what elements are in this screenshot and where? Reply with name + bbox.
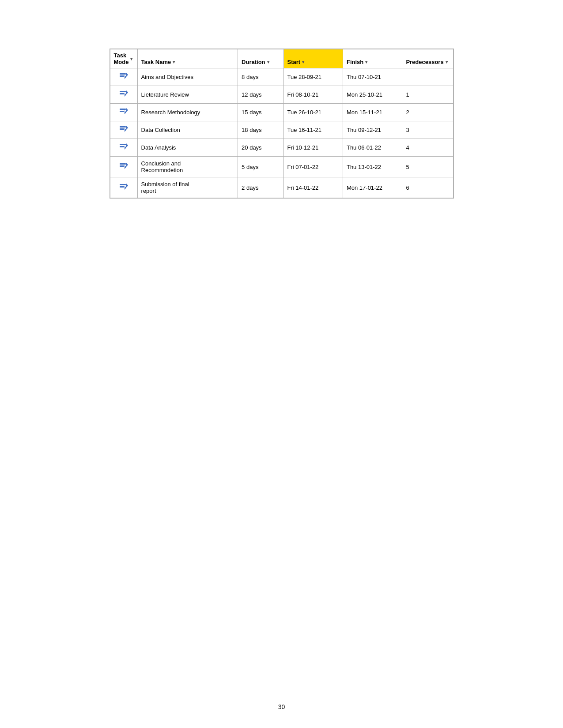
- svg-rect-24: [120, 184, 126, 185]
- svg-marker-19: [125, 146, 126, 150]
- svg-rect-1: [120, 75, 124, 77]
- task-mode-icon: [119, 183, 128, 193]
- svg-rect-4: [120, 91, 126, 92]
- start-cell: Fri 10-12-21: [283, 139, 343, 157]
- predecessors-cell: 1: [402, 86, 453, 104]
- svg-rect-12: [120, 126, 126, 128]
- task-mode-icon: [119, 90, 128, 100]
- start-cell: Tue 16-11-21: [283, 121, 343, 139]
- gantt-table-wrapper: TaskMode ▾ Task Name ▾ Duration ▾: [110, 49, 454, 199]
- task-name-cell: Submission of finalreport: [137, 177, 238, 198]
- predecessors-cell: 6: [402, 177, 453, 198]
- task-name-cell: Data Collection: [137, 121, 238, 139]
- task-mode-icon: [119, 162, 128, 172]
- task-mode-cell: [110, 68, 137, 86]
- svg-rect-0: [120, 73, 126, 75]
- table-row: Conclusion andRecommndetion5 daysFri 07-…: [110, 157, 453, 177]
- svg-marker-6: [126, 90, 128, 94]
- finish-cell: Thu 09-12-21: [343, 121, 402, 139]
- svg-rect-17: [120, 146, 124, 147]
- table-row: Aims and Objectives8 daysTue 28-09-21Thu…: [110, 68, 453, 86]
- task-name-cell: Aims and Objectives: [137, 68, 238, 86]
- table-row: Submission of finalreport2 daysFri 14-01…: [110, 177, 453, 198]
- svg-marker-22: [126, 163, 128, 167]
- header-duration[interactable]: Duration ▾: [238, 49, 283, 68]
- task-mode-cell: [110, 86, 137, 104]
- task-mode-dropdown-icon[interactable]: ▾: [130, 56, 132, 61]
- svg-rect-20: [120, 163, 126, 165]
- svg-marker-15: [125, 128, 126, 132]
- finish-dropdown-icon[interactable]: ▾: [365, 60, 367, 64]
- header-finish-label: Finish: [347, 59, 363, 65]
- table-row: Research Methodology15 daysTue 26-10-21M…: [110, 104, 453, 121]
- finish-cell: Thu 06-01-22: [343, 139, 402, 157]
- svg-marker-18: [126, 143, 128, 147]
- task-name-dropdown-icon[interactable]: ▾: [173, 60, 175, 64]
- task-mode-cell: [110, 139, 137, 157]
- header-start[interactable]: Start ▾: [283, 49, 343, 68]
- svg-marker-14: [126, 126, 128, 130]
- start-cell: Fri 08-10-21: [283, 86, 343, 104]
- start-dropdown-icon[interactable]: ▾: [302, 60, 304, 64]
- predecessors-cell: [402, 68, 453, 86]
- header-task-name-label: Task Name: [141, 59, 171, 65]
- start-cell: Tue 26-10-21: [283, 104, 343, 121]
- page-number: 30: [278, 703, 285, 710]
- header-predecessors-label: Predecessors: [406, 59, 443, 65]
- predecessors-dropdown-icon[interactable]: ▾: [446, 60, 448, 64]
- duration-dropdown-icon[interactable]: ▾: [267, 60, 269, 64]
- duration-cell: 18 days: [238, 121, 283, 139]
- svg-marker-27: [125, 186, 126, 190]
- svg-marker-10: [126, 108, 128, 112]
- task-mode-cell: [110, 121, 137, 139]
- task-mode-icon: [119, 143, 128, 153]
- task-mode-cell: [110, 157, 137, 177]
- svg-marker-3: [125, 75, 126, 79]
- task-mode-cell: [110, 104, 137, 121]
- svg-marker-23: [125, 165, 126, 169]
- task-mode-icon: [119, 72, 128, 82]
- svg-rect-9: [120, 111, 124, 112]
- finish-cell: Mon 25-10-21: [343, 86, 402, 104]
- duration-cell: 2 days: [238, 177, 283, 198]
- table-body: Aims and Objectives8 daysTue 28-09-21Thu…: [110, 68, 453, 198]
- duration-cell: 5 days: [238, 157, 283, 177]
- header-predecessors[interactable]: Predecessors ▾: [402, 49, 453, 68]
- task-mode-icon: [119, 107, 128, 117]
- predecessors-cell: 2: [402, 104, 453, 121]
- duration-cell: 15 days: [238, 104, 283, 121]
- svg-rect-8: [120, 109, 126, 110]
- finish-cell: Mon 17-01-22: [343, 177, 402, 198]
- svg-rect-21: [120, 165, 124, 167]
- svg-marker-11: [125, 110, 126, 114]
- start-cell: Tue 28-09-21: [283, 68, 343, 86]
- finish-cell: Thu 13-01-22: [343, 157, 402, 177]
- predecessors-cell: 4: [402, 139, 453, 157]
- task-mode-cell: [110, 177, 137, 198]
- header-finish[interactable]: Finish ▾: [343, 49, 402, 68]
- table-row: Data Analysis20 daysFri 10-12-21Thu 06-0…: [110, 139, 453, 157]
- svg-marker-2: [126, 73, 128, 77]
- task-name-cell: Data Analysis: [137, 139, 238, 157]
- svg-rect-13: [120, 128, 124, 130]
- task-name-cell: Conclusion andRecommndetion: [137, 157, 238, 177]
- table-header-row: TaskMode ▾ Task Name ▾ Duration ▾: [110, 49, 453, 68]
- duration-cell: 12 days: [238, 86, 283, 104]
- header-duration-label: Duration: [242, 59, 265, 65]
- duration-cell: 8 days: [238, 68, 283, 86]
- svg-rect-25: [120, 186, 124, 188]
- header-start-label: Start: [287, 59, 301, 65]
- svg-marker-26: [126, 184, 128, 188]
- header-task-name[interactable]: Task Name ▾: [137, 49, 238, 68]
- svg-rect-16: [120, 144, 126, 145]
- task-name-cell: Lieterature Review: [137, 86, 238, 104]
- gantt-table: TaskMode ▾ Task Name ▾ Duration ▾: [110, 49, 453, 198]
- header-task-mode[interactable]: TaskMode ▾: [110, 49, 137, 68]
- svg-marker-7: [125, 93, 126, 97]
- page-container: TaskMode ▾ Task Name ▾ Duration ▾: [0, 0, 563, 728]
- svg-rect-5: [120, 93, 124, 94]
- duration-cell: 20 days: [238, 139, 283, 157]
- task-name-cell: Research Methodology: [137, 104, 238, 121]
- finish-cell: Mon 15-11-21: [343, 104, 402, 121]
- finish-cell: Thu 07-10-21: [343, 68, 402, 86]
